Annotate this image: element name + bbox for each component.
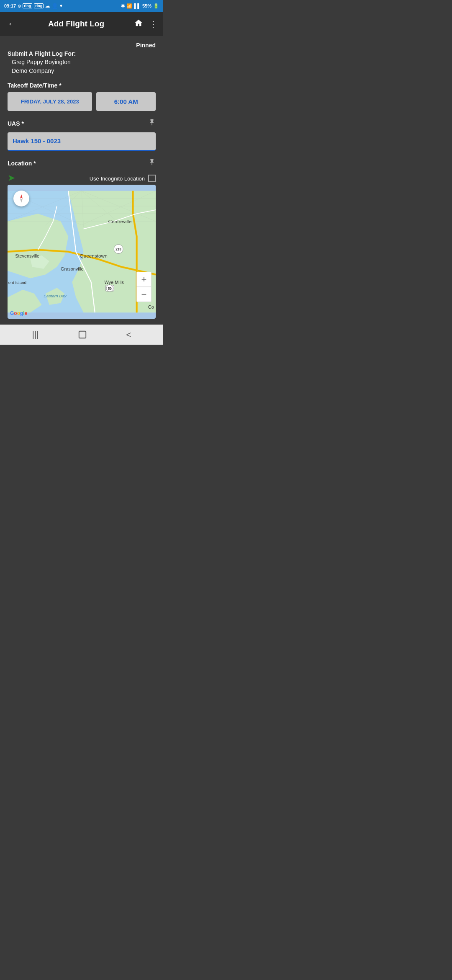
date-picker-button[interactable]: FRIDAY, JULY 28, 2023 (8, 92, 92, 111)
zoom-out-button[interactable]: − (136, 287, 152, 302)
status-bar: 09:17 ⊙ ring ring ☁ 👤 • ✱ 📶 ▌▌ 55% 🔋 (0, 0, 163, 12)
back-nav-button[interactable]: < (126, 330, 131, 340)
location-label: Location * (8, 160, 36, 167)
home-nav-button[interactable] (78, 330, 87, 339)
signal-icon: ⊙ (18, 4, 21, 8)
map-svg: Centreville Queenstown Stevensville Gras… (8, 185, 156, 319)
svg-text:Eastern Bay: Eastern Bay (44, 294, 67, 298)
submit-label: Submit A Flight Log For: (8, 50, 156, 57)
signal-bars-icon: ▌▌ (134, 3, 141, 8)
battery-icon: 🔋 (153, 3, 159, 9)
svg-text:Stevensville: Stevensville (15, 253, 39, 258)
google-logo: Google (10, 310, 27, 316)
compass-icon (16, 193, 26, 204)
user-icon: 👤 (51, 3, 58, 9)
compass[interactable] (13, 191, 29, 206)
location-header: Location * (8, 157, 156, 169)
time-picker-button[interactable]: 6:00 AM (96, 92, 156, 111)
incognito-row: Use Incognito Location (90, 175, 156, 182)
battery-display: 55% (142, 3, 152, 8)
g-red: o (14, 310, 17, 316)
location-pin-icon (148, 157, 156, 169)
svg-text:Grasonville: Grasonville (61, 266, 83, 271)
cloud-icon: ☁ (45, 3, 50, 9)
uas-section: UAS * Hawk 150 - 0023 (8, 118, 156, 151)
pushpin-icon (148, 118, 156, 127)
svg-text:Centreville: Centreville (108, 219, 132, 224)
app-bar: ← Add Flight Log ⋮ (0, 12, 163, 36)
submit-section: Submit A Flight Log For: Greg Pappy Boyi… (8, 50, 156, 75)
ring-icon2: ring (34, 3, 44, 8)
menu-button[interactable]: ⋮ (149, 19, 157, 29)
location-controls-row: ➤ Use Incognito Location (8, 171, 156, 185)
home-icon (134, 18, 143, 28)
svg-text:ent Island: ent Island (8, 280, 26, 285)
home-button[interactable] (134, 18, 143, 30)
back-button[interactable]: ← (6, 17, 18, 31)
status-right: ✱ 📶 ▌▌ 55% 🔋 (121, 3, 159, 9)
g-blue: G (10, 310, 14, 316)
svg-text:50: 50 (108, 287, 112, 291)
uas-input-container[interactable]: Hawk 150 - 0023 (8, 132, 156, 151)
incognito-checkbox[interactable] (148, 175, 156, 182)
svg-text:Wye Mills: Wye Mills (104, 280, 124, 285)
takeoff-label: Takeoff Date/Time * (8, 82, 156, 89)
status-left: 09:17 ⊙ ring ring ☁ 👤 • (4, 2, 62, 10)
recents-button[interactable]: ||| (32, 330, 39, 340)
location-arrow-icon: ➤ (8, 173, 15, 183)
company-name: Demo Company (12, 67, 156, 75)
pilot-name: Greg Pappy Boyington (12, 58, 156, 67)
dot-icon: • (60, 2, 62, 10)
app-bar-actions: ⋮ (134, 18, 157, 30)
bluetooth-icon: ✱ (121, 3, 125, 9)
uas-pin-icon (148, 118, 156, 129)
nav-bar: ||| < (0, 325, 163, 345)
g-yellow: o (17, 310, 20, 316)
pinned-badge: Pinned (136, 42, 156, 49)
zoom-controls: + − (136, 272, 152, 302)
uas-value: Hawk 150 - 0023 (13, 137, 61, 144)
time-display: 09:17 (4, 3, 16, 8)
datetime-row: FRIDAY, JULY 28, 2023 6:00 AM (8, 92, 156, 111)
svg-text:Co: Co (148, 304, 154, 309)
home-nav-icon (78, 330, 87, 339)
location-pushpin-icon (148, 157, 156, 167)
wifi-icon: 📶 (126, 3, 132, 9)
page-title: Add Flight Log (23, 19, 130, 28)
ring-icon: ring (23, 3, 32, 8)
svg-rect-30 (79, 331, 86, 338)
svg-marker-29 (20, 199, 23, 203)
incognito-label: Use Incognito Location (90, 175, 145, 182)
svg-marker-28 (20, 194, 23, 199)
main-content: Pinned Submit A Flight Log For: Greg Pap… (0, 36, 163, 325)
svg-text:Queenstown: Queenstown (80, 253, 107, 259)
svg-text:213: 213 (116, 248, 121, 251)
zoom-in-button[interactable]: + (136, 272, 152, 287)
uas-header-row: UAS * (8, 118, 156, 129)
uas-label: UAS * (8, 120, 24, 127)
pinned-row: Pinned (8, 42, 156, 49)
map-container[interactable]: Centreville Queenstown Stevensville Gras… (8, 185, 156, 319)
g-red2: e (25, 310, 28, 316)
